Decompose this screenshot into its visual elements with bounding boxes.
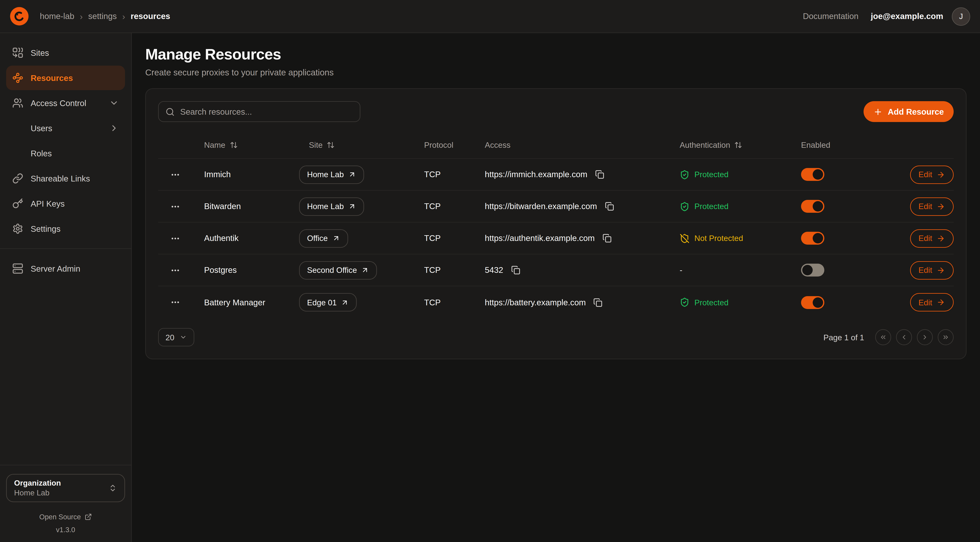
first-page-button[interactable] (875, 329, 891, 345)
sidebar-item-label: Roles (31, 149, 52, 158)
edit-button[interactable]: Edit (910, 229, 954, 247)
row-menu-button[interactable] (167, 262, 183, 278)
protocol: TCP (424, 266, 485, 275)
protocol: TCP (424, 170, 485, 179)
sidebar-item-resources[interactable]: Resources (6, 65, 125, 90)
site-link[interactable]: Office (299, 229, 348, 247)
site-name: Office (307, 234, 328, 243)
copy-icon[interactable] (592, 296, 604, 308)
add-resource-button[interactable]: Add Resource (864, 101, 954, 122)
chevron-down-icon (180, 333, 187, 341)
prev-page-button[interactable] (896, 329, 912, 345)
api-keys-icon (12, 198, 23, 209)
breadcrumb-item-settings[interactable]: settings (88, 12, 117, 21)
documentation-link[interactable]: Documentation (803, 12, 858, 21)
enabled-toggle[interactable] (801, 264, 824, 276)
arrow-up-right-icon (348, 171, 356, 179)
column-header-enabled: Enabled (801, 140, 881, 150)
sidebar-item-server-admin[interactable]: Server Admin (6, 256, 125, 281)
edit-label: Edit (918, 202, 932, 211)
enabled-toggle[interactable] (801, 296, 824, 309)
sidebar-item-label: Users (31, 124, 52, 133)
auth-status: Not Protected (680, 233, 801, 243)
column-header-authentication[interactable]: Authentication (680, 140, 801, 150)
sidebar-item-shareable-links[interactable]: Shareable Links (6, 166, 125, 191)
row-menu-button[interactable] (167, 198, 183, 214)
sidebar-bottom-divider (0, 465, 131, 465)
row-menu-button[interactable] (167, 230, 183, 246)
copy-icon[interactable] (593, 168, 606, 181)
resource-name: Battery Manager (192, 298, 299, 307)
sort-icon (230, 141, 238, 149)
edit-button[interactable]: Edit (910, 261, 954, 279)
edit-button[interactable]: Edit (910, 197, 954, 215)
table-row: PostgresSecond OfficeTCP5432-Edit (158, 255, 954, 286)
enabled-toggle[interactable] (801, 168, 824, 181)
sites-icon (12, 47, 23, 58)
sidebar-item-users[interactable]: Users (6, 116, 125, 140)
sidebar-item-label: Resources (31, 73, 73, 83)
access-url: https://bitwarden.example.com (485, 202, 597, 211)
row-menu-button[interactable] (167, 167, 183, 182)
shield-check-icon (680, 201, 689, 211)
next-page-button[interactable] (917, 329, 933, 345)
site-link[interactable]: Second Office (299, 261, 377, 279)
search-icon (165, 107, 175, 116)
toggle-knob (813, 297, 823, 308)
sidebar-item-settings[interactable]: Settings (6, 217, 125, 241)
arrow-right-icon (937, 234, 945, 242)
resources-icon (12, 72, 23, 83)
open-source-link[interactable]: Open Source (6, 513, 125, 521)
shield-check-icon (680, 297, 689, 307)
card-footer: 20 Page 1 of 1 (158, 328, 954, 346)
edit-button[interactable]: Edit (910, 165, 954, 184)
user-email[interactable]: joe@example.com (871, 12, 943, 21)
search-box (158, 101, 360, 122)
copy-icon[interactable] (603, 200, 615, 212)
access-url: https://authentik.example.com (485, 234, 595, 243)
chevrons-up-down-icon (108, 484, 117, 493)
open-source-label: Open Source (39, 513, 81, 521)
avatar-initial: J (959, 12, 963, 21)
site-name: Second Office (307, 266, 357, 275)
site-link[interactable]: Home Lab (299, 165, 364, 184)
sidebar-item-api-keys[interactable]: API Keys (6, 191, 125, 216)
toggle-knob (802, 265, 813, 275)
app-logo[interactable] (10, 7, 29, 26)
resource-name: Immich (192, 170, 299, 179)
access-url: https://immich.example.com (485, 170, 587, 179)
row-menu-button[interactable] (167, 294, 183, 310)
copy-icon[interactable] (601, 232, 613, 244)
toggle-knob (813, 169, 823, 180)
topbar-right: Documentation joe@example.com J (803, 7, 970, 26)
site-link[interactable]: Edge 01 (299, 293, 357, 311)
resource-name: Postgres (192, 266, 299, 275)
org-selector[interactable]: Organization Home Lab (6, 474, 125, 502)
shield-off-icon (680, 233, 689, 243)
enabled-toggle[interactable] (801, 200, 824, 213)
auth-status: Protected (680, 297, 801, 307)
sidebar-item-label: Access Control (31, 99, 86, 108)
column-header-site[interactable]: Site (299, 140, 424, 150)
breadcrumb-item-home-lab[interactable]: home-lab (40, 12, 74, 21)
site-link[interactable]: Home Lab (299, 197, 364, 215)
pager: Page 1 of 1 (824, 329, 954, 345)
search-input[interactable] (180, 107, 353, 116)
page-label: Page 1 of 1 (824, 333, 864, 342)
sidebar-item-sites[interactable]: Sites (6, 40, 125, 65)
pager-buttons (875, 329, 954, 345)
sidebar-section-divider (0, 248, 131, 249)
sidebar-item-access-control[interactable]: Access Control (6, 91, 125, 115)
sidebar-item-label: Server Admin (31, 264, 80, 273)
sidebar-item-label: Sites (31, 48, 49, 57)
last-page-button[interactable] (938, 329, 954, 345)
site-name: Edge 01 (307, 298, 337, 307)
enabled-toggle[interactable] (801, 232, 824, 245)
sidebar-item-roles[interactable]: Roles (6, 141, 125, 166)
copy-icon[interactable] (509, 264, 522, 276)
edit-button[interactable]: Edit (910, 293, 954, 311)
avatar[interactable]: J (952, 7, 970, 26)
column-header-protocol: Protocol (424, 140, 485, 150)
page-size-select[interactable]: 20 (158, 328, 194, 346)
column-header-name[interactable]: Name (192, 140, 299, 150)
